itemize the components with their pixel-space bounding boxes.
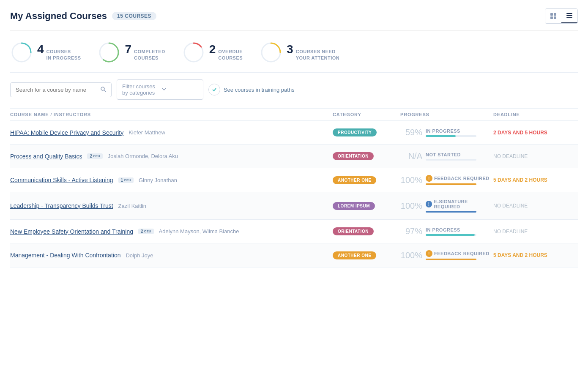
progress-info: IN PROGRESS [426,128,493,137]
course-name-cell: Management - Dealing With Confrontation … [10,252,333,259]
category-badge: ORIENTATION [333,227,374,235]
deadline-value: NO DEADLINE [493,229,528,235]
progress-percent: 59% [400,128,422,137]
deadline-value: 5 DAYS AND 2 HOURS [493,177,547,183]
category-cell: LOREM IPSUM [333,202,400,210]
svg-rect-2 [550,16,553,19]
category-cell: ORIENTATION [333,227,400,235]
svg-rect-0 [550,13,553,16]
category-cell: ORIENTATION [333,152,400,160]
progress-percent: 100% [400,201,422,211]
progress-info: NOT STARTED [426,152,493,161]
th-progress: PROGRESS [400,112,493,117]
course-name-cell: HIPAA: Mobile Device Privacy and Securit… [10,129,333,136]
ceu-badge: 1CEU [118,177,134,183]
training-paths-toggle[interactable]: See courses in training paths [208,84,295,95]
course-instructors: Josiah Ormonde, Delora Aku [108,153,178,159]
course-name-link[interactable]: New Employee Safety Orientation and Trai… [10,228,133,235]
status-text: NOT STARTED [426,152,461,157]
progress-bar-wrap [426,259,476,260]
category-badge: PRODUCTIVITY [333,128,377,136]
svg-rect-1 [554,13,556,16]
grid-view-button[interactable] [545,9,561,23]
stat-item-2: 2 OVERDUE COURSES [182,41,243,64]
progress-percent: 100% [400,251,422,260]
deadline-cell: 2 DAYS AND 5 HOURS [493,130,578,136]
table-row: Leadership - Transparency Builds Trust Z… [10,192,578,220]
list-view-button[interactable] [561,9,577,23]
deadline-cell: NO DEADLINE [493,229,578,235]
progress-cell: 59% IN PROGRESS [400,128,493,137]
stat-num-1: 7 [125,44,131,55]
stat-label-3: COURSES NEED YOUR ATTENTION [296,49,340,62]
search-icon [100,86,106,93]
course-name-cell: Communication Skills - Active Listening … [10,177,333,183]
progress-cell: N/A NOT STARTED [400,151,493,161]
category-badge: ANOTHER ONE [333,176,376,184]
course-name-cell: Process and Quality Basics 2CEU Josiah O… [10,153,333,160]
table-header: COURSE NAME / INSTRUCTORS CATEGORY PROGR… [10,108,578,121]
progress-info: ! FEEDBACK REQUIRED [426,175,493,185]
svg-rect-5 [566,15,572,16]
course-name-link[interactable]: Management - Dealing With Confrontation [10,252,120,259]
course-name-link[interactable]: Process and Quality Basics [10,153,82,160]
stats-row: 4 COURSES IN PROGRESS 7 COMPLETED COURSE… [10,31,578,72]
progress-cell: 97% IN PROGRESS [400,226,493,236]
deadline-cell: NO DEADLINE [493,153,578,159]
status-text: FEEDBACK REQUIRED [434,176,490,181]
deadline-cell: 5 DAYS AND 2 HOURS [493,177,578,183]
category-cell: ANOTHER ONE [333,176,400,184]
stat-label-2: OVERDUE COURSES [218,49,243,62]
filter-dropdown[interactable]: Filter courses by categories [117,79,203,100]
ceu-badge: 2CEU [87,153,102,159]
deadline-value: 5 DAYS AND 2 HOURS [493,252,547,258]
stat-circle-0 [10,41,33,64]
courses-table: HIPAA: Mobile Device Privacy and Securit… [10,121,578,267]
course-name-cell: Leadership - Transparency Builds Trust Z… [10,202,333,209]
deadline-value: 2 DAYS AND 5 HOURS [493,130,547,136]
stat-circle-3 [260,41,282,64]
progress-bar-wrap [426,211,476,213]
ceu-badge: 2CEU [138,229,153,234]
course-instructors: Adelynn Mayson, Wilma Blanche [159,228,239,235]
status-dot: ! [426,250,432,257]
course-instructors: Dolph Joye [126,252,153,259]
progress-bar-wrap [426,234,476,236]
stat-num-2: 2 [209,44,216,55]
progress-info: ! E-SIGNATURE REQUIRED [426,199,493,213]
course-name-link[interactable]: HIPAA: Mobile Device Privacy and Securit… [10,129,123,136]
category-cell: ANOTHER ONE [333,251,400,259]
stat-item-1: 7 COMPLETED COURSES [98,41,165,64]
status-dot: ! [426,201,432,207]
table-row: HIPAA: Mobile Device Privacy and Securit… [10,121,578,145]
progress-status: ! E-SIGNATURE REQUIRED [426,199,493,209]
table-row: Management - Dealing With Confrontation … [10,243,578,267]
search-input[interactable] [16,87,97,93]
status-text: E-SIGNATURE REQUIRED [434,199,493,209]
progress-bar-wrap [426,135,476,137]
stat-circle-1 [98,41,120,64]
stat-num-3: 3 [287,44,293,55]
deadline-cell: NO DEADLINE [493,203,578,209]
progress-percent: 100% [400,175,422,185]
course-name-cell: New Employee Safety Orientation and Trai… [10,228,333,235]
course-instructors: Zazil Kaitlin [118,203,146,209]
course-name-link[interactable]: Communication Skills - Active Listening [10,177,113,183]
table-row: Communication Skills - Active Listening … [10,168,578,192]
status-text: IN PROGRESS [426,128,460,134]
progress-status: ! FEEDBACK REQUIRED [426,250,493,257]
stat-label-0: COURSES IN PROGRESS [46,49,81,62]
th-category: CATEGORY [333,112,400,117]
svg-rect-3 [554,16,556,19]
table-row: Process and Quality Basics 2CEU Josiah O… [10,145,578,168]
stat-circle-2 [182,41,205,64]
search-box[interactable] [10,82,112,97]
status-text: IN PROGRESS [426,227,460,232]
svg-line-16 [104,90,106,92]
category-cell: PRODUCTIVITY [333,128,400,136]
svg-point-15 [101,87,104,90]
status-text: FEEDBACK REQUIRED [434,251,490,256]
course-name-link[interactable]: Leadership - Transparency Builds Trust [10,202,113,209]
category-badge: ORIENTATION [333,152,374,160]
progress-cell: 100% ! E-SIGNATURE REQUIRED [400,199,493,213]
